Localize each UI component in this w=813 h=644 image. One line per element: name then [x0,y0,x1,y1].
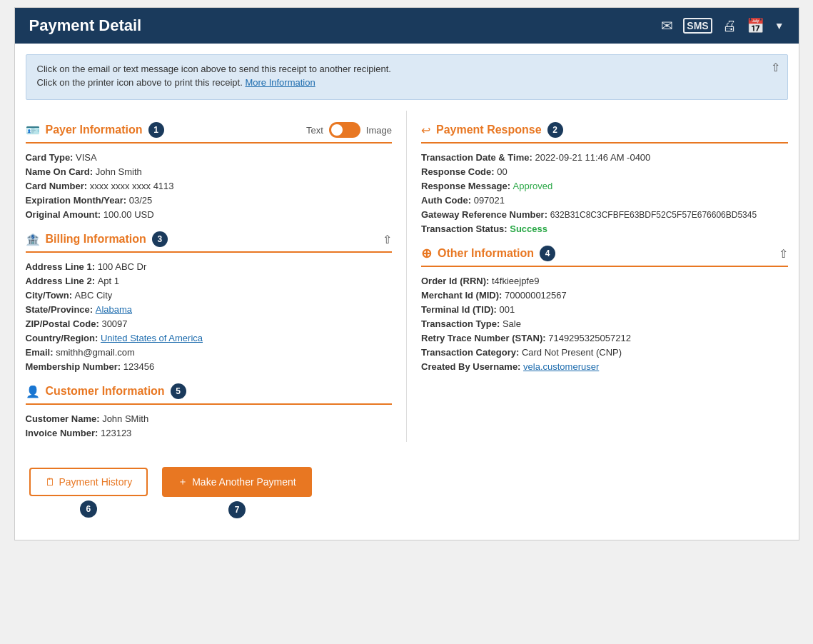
left-panel: 🪪 Payer Information 1 Text Image Card Ty… [26,111,407,442]
billing-section-header: 🏦 Billing Information 3 ⇧ [26,231,393,253]
billing-icon: 🏦 [26,233,40,246]
customer-section-badge: 5 [171,383,186,399]
step-badge-7: 7 [228,501,246,518]
payer-section-header: 🪪 Payer Information 1 Text Image [26,122,393,144]
billing-collapse-icon[interactable]: ⇧ [383,233,392,246]
sms-icon[interactable]: SMS [683,18,712,34]
field-membership: Membership Number: 123456 [26,361,393,372]
payer-fields: Card Type: VISA Name On Card: John Smith… [26,152,393,220]
field-city: City/Town: ABC City [26,290,393,301]
credit-card-icon: 🪪 [26,124,40,137]
payment-history-button[interactable]: 🗒 Payment History [29,468,148,496]
billing-section-badge: 3 [152,231,168,247]
field-invoice-number: Invoice Number: 123123 [26,428,393,438]
toggle-text-label: Text [306,125,323,136]
right-panel: ↩ Payment Response 2 Transaction Date & … [406,111,788,442]
field-address2: Address Line 2: Apt 1 [26,276,393,286]
field-card-number: Card Number: xxxx xxxx xxxx 4113 [26,181,393,191]
main-content: 🪪 Payer Information 1 Text Image Card Ty… [15,111,799,453]
field-country: Country/Region: United States of America [26,333,393,343]
payment-response-fields: Transaction Date & Time: 2022-09-21 11:4… [421,152,788,234]
banner-line2: Click on the printer icon above to print… [37,77,777,88]
other-info-collapse-icon[interactable]: ⇧ [779,247,788,261]
field-expiration: Expiration Month/Year: 03/25 [26,195,393,206]
field-transaction-datetime: Transaction Date & Time: 2022-09-21 11:4… [421,152,788,163]
banner-collapse-button[interactable]: ⇧ [771,61,780,74]
field-name-on-card: Name On Card: John Smith [26,166,393,177]
plus-payment-icon: ＋ [178,476,188,488]
field-gateway-ref: Gateway Reference Number: 632B31C8C3CFBF… [421,209,788,220]
make-another-payment-button[interactable]: ＋ Make Another Payment [162,467,312,497]
field-transaction-type: Transaction Type: Sale [421,318,788,329]
field-address1: Address Line 1: 100 ABC Dr [26,261,393,272]
field-terminal-id: Terminal Id (TID): 001 [421,304,788,315]
field-original-amount: Original Amount: 100.00 USD [26,209,393,220]
payer-section-badge: 1 [148,122,164,138]
step-badge-6: 6 [80,500,97,518]
payment-response-title: Payment Response [436,124,542,136]
billing-section-title: Billing Information [46,233,146,246]
field-transaction-status: Transaction Status: Success [421,223,788,234]
payment-response-section-header: ↩ Payment Response 2 [421,122,788,144]
other-info-title: Other Information [438,247,534,260]
field-customer-name: Customer Name: John SMith [26,413,393,424]
field-response-message: Response Message: Approved [421,181,788,191]
other-info-section-header: ⊕ Other Information 4 ⇧ [421,246,788,267]
text-image-toggle[interactable] [329,122,360,138]
field-retry-trace: Retry Trace Number (STAN): 7149295325057… [421,333,788,343]
toggle-area: Text Image [306,122,392,138]
billing-fields: Address Line 1: 100 ABC Dr Address Line … [26,261,393,372]
page-title: Payment Detail [29,16,142,35]
field-card-type: Card Type: VISA [26,152,393,163]
page-wrapper: Payment Detail ✉ SMS 🖨 📅 ▼ Click on the … [14,7,799,540]
person-icon: 👤 [26,385,40,398]
payment-response-badge: 2 [547,122,563,138]
field-response-code: Response Code: 00 [421,166,788,177]
field-zip: ZIP/Postal Code: 30097 [26,318,393,329]
bottom-bar: 🗒 Payment History 6 ＋ Make Another Payme… [15,453,799,540]
more-info-link[interactable]: More Information [245,77,315,88]
calendar-icon[interactable]: 📅 [747,17,764,34]
field-state: State/Province: Alabama [26,304,393,315]
email-icon[interactable]: ✉ [661,17,673,34]
page-header: Payment Detail ✉ SMS 🖨 📅 ▼ [15,8,799,44]
field-transaction-category: Transaction Category: Card Not Present (… [421,347,788,358]
customer-fields: Customer Name: John SMith Invoice Number… [26,413,393,438]
reply-icon: ↩ [421,124,430,137]
toggle-image-label: Image [366,125,392,136]
other-info-badge: 4 [540,246,555,261]
customer-section-header: 👤 Customer Information 5 [26,383,393,405]
info-banner: Click on the email or text message icon … [26,54,788,100]
dropdown-icon[interactable]: ▼ [774,20,784,31]
payer-section-title: Payer Information [46,124,143,136]
field-order-id: Order Id (RRN): t4fkieejpfe9 [421,276,788,286]
banner-line1: Click on the email or text message icon … [37,64,777,74]
customer-section-title: Customer Information [46,385,165,398]
history-icon: 🗒 [45,476,55,488]
header-icons: ✉ SMS 🖨 📅 ▼ [661,17,784,34]
other-info-fields: Order Id (RRN): t4fkieejpfe9 Merchant Id… [421,276,788,372]
field-merchant-id: Merchant Id (MID): 700000012567 [421,290,788,301]
print-icon[interactable]: 🖨 [722,18,737,34]
field-created-by: Created By Username: vela.customeruser [421,361,788,372]
plus-icon: ⊕ [421,246,432,261]
field-auth-code: Auth Code: 097021 [421,195,788,206]
field-email: Email: smithh@gmail.com [26,347,393,358]
